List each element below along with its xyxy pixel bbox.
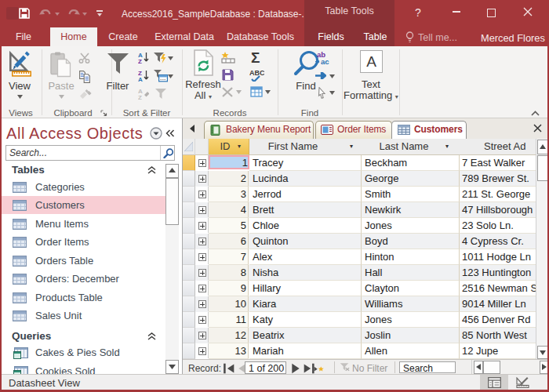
svg-text:Z: Z [138, 94, 142, 100]
svg-text:ac: ac [321, 57, 329, 65]
svg-text:Z: Z [138, 58, 142, 64]
svg-text:ABC: ABC [249, 69, 264, 77]
svg-text:A: A [138, 76, 143, 82]
